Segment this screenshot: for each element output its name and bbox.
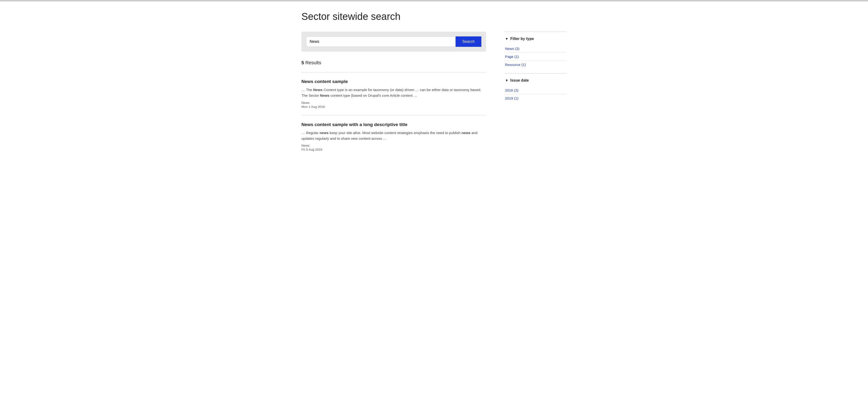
search-bar-wrapper: News Search	[302, 32, 486, 52]
filter-link-news[interactable]: News (3)	[505, 45, 566, 53]
excerpt-bold1: news	[320, 131, 329, 135]
filter-by-type-label: Filter by type	[510, 37, 534, 41]
filter-icon: ▼	[505, 37, 508, 41]
filter-icon-date: ▼	[505, 78, 508, 82]
excerpt-before: … The	[302, 88, 313, 92]
result-title-link[interactable]: News content sample	[302, 79, 348, 84]
filter-link-resource[interactable]: Resource (1)	[505, 61, 566, 69]
result-type: News	[302, 144, 486, 147]
page-wrapper: Sector sitewide search News Search 5 Res…	[292, 1, 576, 166]
result-divider-2	[302, 115, 486, 115]
results-number: 5	[302, 60, 304, 65]
issue-date-heading: ▼ Issue date	[505, 78, 566, 82]
search-input[interactable]: News	[306, 36, 456, 47]
main-content: News Search 5 Results News content sampl…	[302, 32, 486, 151]
page-title: Sector sitewide search	[302, 11, 566, 22]
result-item: News content sample with a long descript…	[302, 122, 486, 151]
sidebar-top-divider	[505, 32, 566, 32]
excerpt-before: … Regular	[302, 131, 320, 135]
excerpt-bold2: news	[462, 131, 470, 135]
excerpt-after2: content type (based on Drupal's core Art…	[329, 94, 417, 97]
excerpt-after1: keep your site alive. Most website conte…	[329, 131, 462, 135]
result-item: News content sample … The News Content t…	[302, 79, 486, 108]
excerpt-bold1: News	[313, 88, 323, 92]
filter-by-type-section: ▼ Filter by type News (3) Page (1) Resou…	[505, 37, 566, 69]
filter-link-2019[interactable]: 2019 (1)	[505, 94, 566, 102]
result-excerpt: … Regular news keep your site alive. Mos…	[302, 130, 486, 142]
results-count: 5 Results	[302, 60, 486, 66]
filter-link-page[interactable]: Page (1)	[505, 53, 566, 61]
search-button[interactable]: Search	[456, 36, 482, 47]
search-bar-inner: News Search	[306, 36, 482, 47]
sidebar: ▼ Filter by type News (3) Page (1) Resou…	[505, 32, 566, 151]
result-type: News	[302, 101, 486, 105]
result-date: Mon 1 Aug 2016	[302, 105, 486, 108]
issue-date-section: ▼ Issue date 2016 (3) 2019 (1)	[505, 78, 566, 102]
filter-link-2016[interactable]: 2016 (3)	[505, 86, 566, 94]
results-label: Results	[305, 60, 321, 65]
content-layout: News Search 5 Results News content sampl…	[302, 32, 566, 151]
excerpt-bold2: News	[320, 94, 330, 97]
result-excerpt: … The News Content type is an example fo…	[302, 87, 486, 99]
result-title: News content sample with a long descript…	[302, 122, 486, 127]
result-title: News content sample	[302, 79, 486, 84]
issue-date-label: Issue date	[510, 78, 529, 82]
results-divider	[302, 72, 486, 72]
result-title-link[interactable]: News content sample with a long descript…	[302, 122, 407, 127]
filter-by-type-heading: ▼ Filter by type	[505, 37, 566, 41]
result-date: Fri 5 Aug 2016	[302, 148, 486, 151]
